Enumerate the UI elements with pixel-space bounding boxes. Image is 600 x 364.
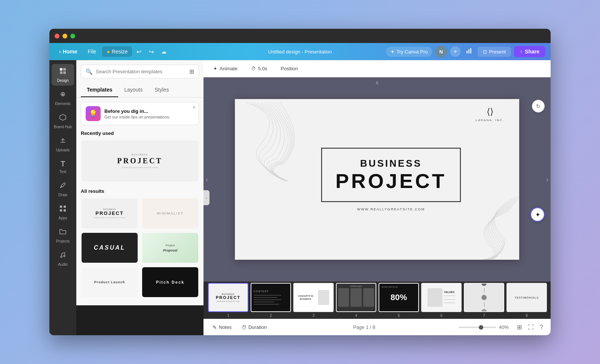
film-slide-3[interactable]: CONCEPTS IN BUSINESS [293,283,334,312]
position-label: Position [281,66,298,71]
film-number-1: 1 [227,314,229,318]
audio-icon [59,251,67,261]
filmstrip-scroll-right[interactable]: › [549,296,551,304]
sidebar-item-draw[interactable]: Draw [52,178,74,200]
minimize-button[interactable] [62,34,67,38]
canvas-scroll[interactable]: ⟨⟩ LARANA, INC. BUSINESS PROJECT WWW.REA… [203,77,551,281]
sidebar-item-apps[interactable]: Apps [52,201,74,223]
scroll-up-indicator: ∧ [375,80,379,86]
template-card-6[interactable]: Pitch Deck [141,266,199,298]
panel-body: 💡 Before you dig in... Get our inside ti… [76,98,203,305]
promo-text: Before you dig in... Get our inside tips… [104,108,170,119]
share-button[interactable]: ↑ Share [514,46,545,57]
help-button[interactable]: ? [538,323,545,332]
expand-button[interactable]: ⛶ [526,323,535,332]
search-input[interactable] [96,69,186,74]
redo-button[interactable]: ↪ [146,46,157,58]
film-slide-1[interactable]: BUSINESS PROJECT WWW.REALLYGREATSITE.COM [208,283,248,312]
promo-close-button[interactable]: × [193,105,196,110]
try-canva-pro-button[interactable]: ✦ Try Canva Pro [386,47,432,57]
resize-button[interactable]: ● Resize [102,46,132,57]
home-button[interactable]: ‹ Home [55,46,82,57]
search-icon: 🔍 [86,68,93,75]
present-button[interactable]: ⊡ Present [478,47,511,57]
analytics-button[interactable] [463,45,475,58]
canvas-area: ✦ Animate ⏱ 5.0s Position [203,60,551,335]
svg-rect-10 [60,209,62,212]
present-icon: ⊡ [483,49,487,55]
duration-button[interactable]: ⏱ 5.0s [247,64,271,74]
sidebar-item-design[interactable]: Design [52,64,74,86]
home-label: Home [63,49,77,55]
design-label: Design [57,78,68,83]
svg-point-13 [64,255,65,257]
sidebar-item-text[interactable]: T Text [52,157,74,177]
zoom-level: 40% [499,324,512,330]
notes-button[interactable]: ✎ Notes [209,323,235,332]
film-slide-4[interactable]: STRATEGIES [336,283,376,312]
avatar-button[interactable]: N [435,46,447,58]
svg-rect-6 [63,71,66,74]
animate-button[interactable]: ✦ Animate [209,64,241,74]
sidebar-item-elements[interactable]: Elements [52,87,74,109]
duration-icon: ⏱ [241,324,247,330]
tab-layouts[interactable]: Layouts [118,83,149,97]
promo-banner: 💡 Before you dig in... Get our inside ti… [81,102,199,125]
promo-icon: 💡 [86,106,101,121]
duration-bottom-button[interactable]: ⏱ Duration [238,323,270,332]
add-button[interactable]: + [450,46,460,57]
panel-tabs: Templates Layouts Styles [76,83,203,98]
undo-button[interactable]: ↩ [134,46,144,58]
filter-icon[interactable]: ⊞ [189,68,194,75]
canvas-refresh-button[interactable]: ↻ [532,100,545,112]
slide-brand-name: LARANA, INC. [476,118,504,122]
template-card-5[interactable]: Product Launch [81,266,138,298]
film-slide-wrapper-2: CONTENT 2 [251,283,291,318]
sidebar-item-brand-hub[interactable]: Brand Hub [52,110,74,132]
sidebar-item-uploads[interactable]: Uploads [52,133,74,155]
zoom-slider-thumb[interactable] [479,325,483,330]
film-number-2: 2 [270,314,272,318]
film-slide-5[interactable]: STATISTICS 80% [379,283,419,312]
canvas-magic-button[interactable]: ✦ [530,207,545,222]
uploads-icon [59,136,67,146]
share-icon: ↑ [520,49,523,55]
film-slide-2[interactable]: CONTENT [251,283,291,312]
title-bar [49,29,551,43]
file-button[interactable]: File [83,46,101,57]
film-slide-wrapper-1: BUSINESS PROJECT WWW.REALLYGREATSITE.COM… [208,283,248,318]
template-card-4[interactable]: Project Proposal [141,232,199,263]
film-slide-6[interactable]: VALUES ————— ————— ————— [421,283,462,312]
film-slide-wrapper-7: 7 [464,283,504,318]
template-card-recent[interactable]: BUSINESS PROJECT WWW.REALLYGREATSITE.COM [81,140,199,182]
avatar-initial: N [440,49,443,55]
maximize-button[interactable] [70,34,75,38]
close-button[interactable] [55,34,59,38]
film-slide-8[interactable]: TESTIMONIALS [506,283,547,312]
sidebar-item-projects[interactable]: Projects [52,225,74,246]
zoom-slider[interactable] [459,327,496,328]
document-title: Untitled design - Presentation [268,49,332,55]
template-card-2[interactable]: MINIMALIST [141,198,199,229]
slide-canvas: ⟨⟩ LARANA, INC. BUSINESS PROJECT WWW.REA… [235,99,519,260]
tab-templates[interactable]: Templates [81,83,118,97]
position-button[interactable]: Position [277,64,301,74]
grid-view-button[interactable]: ⊞ [515,322,523,332]
film-slide-wrapper-4: STRATEGIES 4 [336,283,376,318]
text-icon: T [61,160,65,168]
film-slide-7[interactable] [464,283,504,312]
scroll-left-arrow[interactable]: ‹ [206,176,208,183]
bottom-left: ✎ Notes ⏱ Duration [209,323,270,332]
cloud-save-button[interactable]: ☁ [158,46,169,57]
svg-point-12 [61,256,62,257]
sidebar-item-audio[interactable]: Audio [52,248,74,269]
draw-label: Draw [58,193,67,197]
template-card-1[interactable]: BUSINESS PROJECT WWW.REALLYGREATSITE.COM [81,198,138,229]
hide-panel-toggle[interactable]: ‹ [203,190,209,205]
slide-title-box: BUSINESS PROJECT [321,148,461,202]
scroll-right-arrow[interactable]: › [546,176,548,183]
present-label: Present [489,49,506,55]
film-slide-wrapper-8: TESTIMONIALS 8 [506,283,547,318]
template-card-3[interactable]: CASUAL [81,232,138,263]
tab-styles[interactable]: Styles [149,83,175,97]
